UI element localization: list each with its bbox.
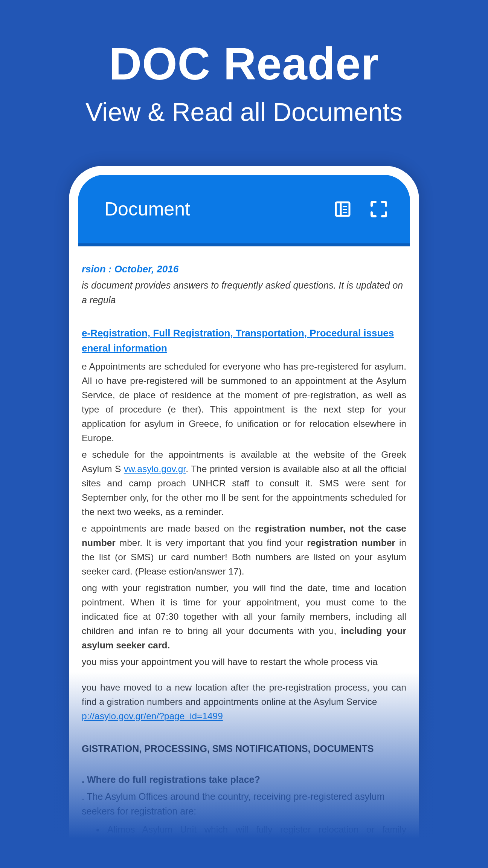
promo-hero: DOC Reader View & Read all Documents bbox=[0, 0, 488, 127]
text: you have moved to a new location after t… bbox=[82, 682, 406, 707]
doc-answer: . The Asylum Offices around the country,… bbox=[82, 789, 406, 819]
doc-paragraph: e appointments are made based on the reg… bbox=[82, 521, 406, 579]
app-bar: Document bbox=[78, 175, 410, 246]
phone-frame: Document bbox=[69, 166, 419, 868]
doc-question: . Where do full registrations take place… bbox=[82, 772, 406, 787]
doc-section-link-1[interactable]: e-Registration, Full Registration, Trans… bbox=[82, 326, 406, 341]
doc-version: rsion : October, 2016 bbox=[82, 261, 406, 277]
doc-paragraph: ong with your registration number, you w… bbox=[82, 581, 406, 653]
document-content[interactable]: rsion : October, 2016 is document provid… bbox=[78, 246, 410, 868]
doc-paragraph: you miss your appointment you will have … bbox=[82, 655, 406, 669]
promo-subtitle: View & Read all Documents bbox=[0, 97, 488, 127]
doc-section-heading: GISTRATION, PROCESSING, SMS NOTIFICATION… bbox=[82, 741, 406, 756]
doc-link-page[interactable]: p://asylo.gov.gr/en/?page_id=1499 bbox=[82, 711, 223, 721]
doc-section-link-2[interactable]: eneral information bbox=[82, 341, 406, 356]
text-bold: registration number bbox=[307, 538, 395, 548]
doc-paragraph: you have moved to a new location after t… bbox=[82, 680, 406, 723]
outline-toggle-button[interactable] bbox=[332, 199, 353, 220]
fullscreen-icon bbox=[369, 200, 388, 219]
app-bar-title: Document bbox=[104, 198, 190, 220]
fullscreen-button[interactable] bbox=[368, 199, 389, 220]
doc-bullet-list: Alimos Asylum Unit which will fully regi… bbox=[104, 822, 406, 868]
phone-screen: Document bbox=[78, 175, 410, 868]
doc-paragraph: e schedule for the appointments is avail… bbox=[82, 448, 406, 519]
text: mber. It is very important that you find… bbox=[116, 538, 307, 548]
outline-icon bbox=[334, 200, 352, 218]
text: e appointments are made based on the bbox=[82, 523, 255, 533]
doc-intro: is document provides answers to frequent… bbox=[82, 278, 406, 307]
promo-title: DOC Reader bbox=[0, 38, 488, 90]
doc-paragraph: e Appointments are scheduled for everyon… bbox=[82, 359, 406, 445]
app-bar-actions bbox=[332, 199, 389, 220]
list-item: Alimos Asylum Unit which will fully regi… bbox=[104, 822, 406, 865]
phone-mockup: Document bbox=[69, 166, 419, 868]
doc-link-asylo[interactable]: vw.asylo.gov.gr bbox=[124, 464, 186, 474]
